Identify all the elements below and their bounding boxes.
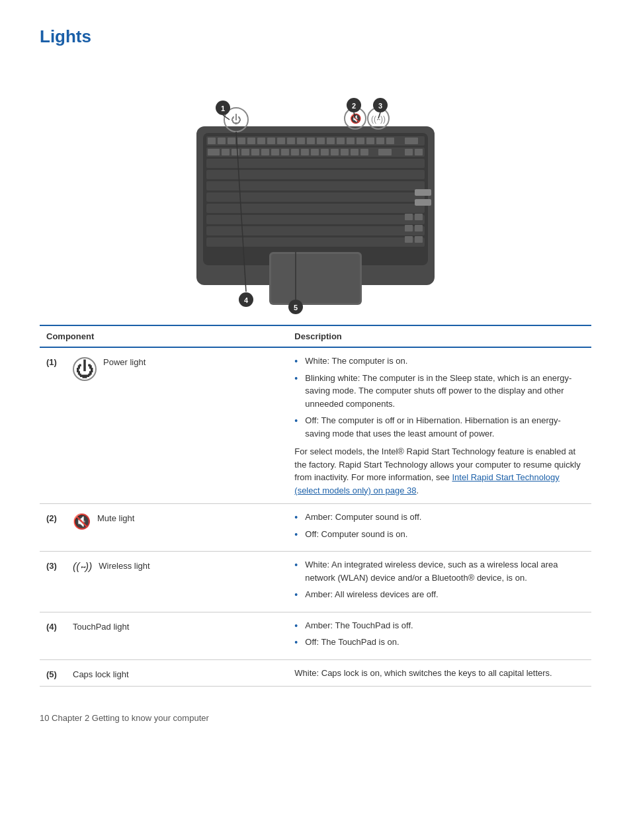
svg-rect-80: [405, 214, 413, 220]
svg-text:2: 2: [352, 102, 356, 110]
extra-text-1: For select models, the Intel® Rapid Star…: [294, 445, 585, 497]
bullet-item: White: The computer is on.: [294, 355, 585, 368]
bullet-item: Off: The TouchPad is on.: [294, 636, 585, 649]
svg-rect-47: [360, 149, 368, 155]
component-table: Component Description (1) ⏻ Power light …: [40, 325, 591, 687]
component-name-3: Wireless light: [99, 561, 149, 571]
svg-rect-42: [311, 149, 319, 155]
svg-rect-53: [415, 189, 431, 196]
svg-rect-17: [257, 138, 265, 144]
bullet-item: Amber: All wireless devices are off.: [294, 588, 585, 601]
svg-rect-45: [341, 149, 349, 155]
svg-rect-27: [357, 138, 364, 144]
svg-rect-19: [277, 138, 285, 144]
table-row: (3) ((ꟷ)) Wireless light White: An integ…: [40, 552, 591, 612]
svg-rect-28: [366, 138, 374, 144]
bullet-item: Blinking white: The computer is in the S…: [294, 372, 585, 411]
description-cell-2: Amber: Computer sound is off. Off: Compu…: [288, 504, 591, 552]
svg-rect-37: [261, 149, 269, 155]
laptop-svg: ⏻ 🔇 ((ꟷ)) 1 2 3 4 5: [144, 60, 487, 318]
table-row: (5) Caps lock light White: Caps lock is …: [40, 659, 591, 687]
component-number-1: (1): [46, 357, 66, 367]
svg-rect-54: [415, 199, 431, 206]
power-icon: ⏻: [73, 357, 97, 381]
svg-rect-35: [241, 149, 249, 155]
svg-rect-34: [231, 149, 239, 155]
svg-rect-25: [337, 138, 345, 144]
svg-rect-13: [218, 138, 226, 144]
svg-rect-39: [281, 149, 289, 155]
component-cell-5: (5) Caps lock light: [46, 667, 281, 679]
component-name-4: TouchPad light: [73, 622, 129, 632]
svg-rect-40: [291, 149, 299, 155]
svg-rect-21: [297, 138, 305, 144]
component-cell-4: (4) TouchPad light: [46, 619, 281, 632]
svg-rect-14: [228, 138, 235, 144]
wireless-icon: ((ꟷ)): [73, 561, 92, 573]
component-number-2: (2): [46, 513, 66, 523]
svg-rect-33: [222, 149, 230, 155]
svg-rect-26: [347, 138, 355, 144]
svg-rect-23: [317, 138, 325, 144]
svg-rect-12: [208, 138, 216, 144]
description-cell-3: White: An integrated wireless device, su…: [288, 552, 591, 612]
table-row: (4) TouchPad light Amber: The TouchPad i…: [40, 612, 591, 659]
svg-rect-50: [415, 149, 423, 155]
description-cell-4: Amber: The TouchPad is off. Off: The Tou…: [288, 612, 591, 659]
svg-rect-38: [271, 149, 279, 155]
svg-rect-32: [208, 149, 220, 155]
svg-text:🔇: 🔇: [350, 113, 362, 124]
laptop-diagram: ⏻ 🔇 ((ꟷ)) 1 2 3 4 5: [40, 60, 591, 318]
svg-rect-15: [237, 138, 245, 144]
component-number-5: (5): [46, 669, 66, 679]
table-row: (2) 🔇 Mute light Amber: Computer sound i…: [40, 504, 591, 552]
svg-rect-52: [271, 254, 360, 303]
svg-rect-78: [405, 225, 413, 231]
description-cell-1: White: The computer is on. Blinking whit…: [288, 347, 591, 504]
component-name-2: Mute light: [97, 513, 134, 523]
component-number-3: (3): [46, 561, 66, 571]
caps-lock-description: White: Caps lock is on, which switches t…: [294, 667, 585, 680]
bullet-item: White: An integrated wireless device, su…: [294, 558, 585, 584]
svg-rect-9: [206, 215, 425, 224]
svg-rect-7: [206, 192, 425, 202]
component-cell-1: (1) ⏻ Power light: [46, 355, 281, 381]
svg-rect-10: [206, 226, 425, 235]
svg-rect-18: [267, 138, 275, 144]
svg-rect-24: [327, 138, 335, 144]
rapid-start-link[interactable]: Intel Rapid Start Technology (select mod…: [294, 472, 560, 495]
svg-rect-4: [206, 159, 425, 168]
mute-icon: 🔇: [73, 513, 91, 530]
svg-rect-29: [376, 138, 384, 144]
svg-rect-36: [251, 149, 259, 155]
svg-rect-30: [386, 138, 394, 144]
bullet-item: Off: Computer sound is on.: [294, 528, 585, 541]
header-component: Component: [40, 325, 288, 347]
svg-rect-43: [321, 149, 329, 155]
description-cell-5: White: Caps lock is on, which switches t…: [288, 659, 591, 687]
svg-text:5: 5: [294, 304, 298, 312]
component-name-5: Caps lock light: [73, 669, 129, 679]
svg-rect-81: [415, 214, 423, 220]
svg-rect-11: [206, 237, 425, 247]
svg-rect-49: [405, 149, 413, 155]
svg-rect-20: [287, 138, 295, 144]
svg-rect-16: [247, 138, 255, 144]
bullet-item: Amber: The TouchPad is off.: [294, 619, 585, 632]
svg-text:4: 4: [244, 296, 249, 304]
header-description: Description: [288, 325, 591, 347]
bullet-item: Off: The computer is off or in Hibernati…: [294, 414, 585, 440]
bullet-item: Amber: Computer sound is off.: [294, 511, 585, 524]
svg-rect-8: [206, 204, 425, 213]
svg-rect-79: [415, 225, 423, 231]
svg-rect-41: [301, 149, 309, 155]
svg-rect-31: [405, 138, 418, 144]
footer-text: 10 Chapter 2 Getting to know your comput…: [40, 713, 209, 723]
svg-text:1: 1: [221, 105, 225, 112]
svg-rect-46: [351, 149, 358, 155]
page-title: Lights: [40, 26, 591, 47]
component-cell-3: (3) ((ꟷ)) Wireless light: [46, 558, 281, 573]
svg-text:3: 3: [378, 102, 382, 110]
svg-text:⏻: ⏻: [231, 114, 241, 125]
component-number-4: (4): [46, 622, 66, 632]
